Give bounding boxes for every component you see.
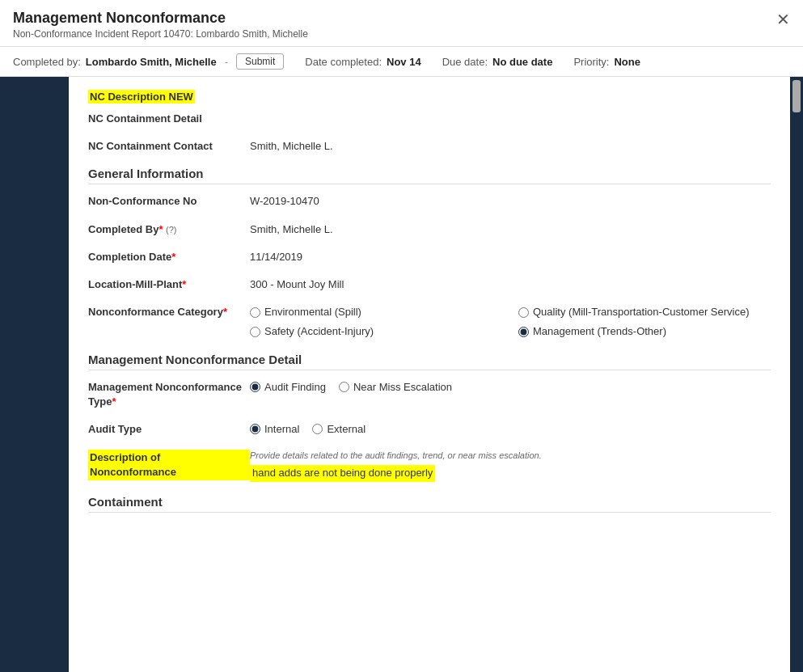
location-row: Location-Mill-Plant* 300 - Mount Joy Mil…	[88, 276, 771, 292]
nonconformance-category-row: Nonconformance Category* Environmental (…	[88, 303, 771, 339]
completed-by-text: Completed By	[88, 223, 158, 235]
left-sidebar	[0, 77, 69, 672]
completion-date-text: Completion Date	[88, 251, 171, 263]
nonconformance-category-value: Environmental (Spill) Quality (Mill-Tran…	[250, 303, 771, 339]
main-content: NC Description NEW NC Containment Detail…	[0, 77, 803, 672]
nonconformance-category-label: Nonconformance Category*	[88, 303, 250, 319]
audit-type-external-label: External	[327, 422, 366, 437]
management-detail-header: Management Nonconformance Detail	[88, 353, 771, 370]
category-management: Management (Trends-Other)	[518, 324, 771, 339]
close-icon: ✕	[776, 11, 790, 28]
category-safety-radio[interactable]	[250, 327, 260, 337]
nc-containment-detail-row: NC Containment Detail	[88, 110, 771, 126]
completed-by-form-label: Completed By* (?)	[88, 221, 250, 237]
nonconformance-no-value: W-2019-10470	[250, 192, 771, 209]
audit-type-row: Audit Type Internal External	[88, 421, 771, 437]
completed-by-label: Completed by:	[13, 56, 81, 68]
due-date-label: Due date:	[442, 56, 488, 68]
location-value: 300 - Mount Joy Mill	[250, 276, 771, 292]
nc-containment-contact-value: Smith, Michelle L.	[250, 137, 771, 154]
category-environmental: Environmental (Spill)	[250, 305, 502, 319]
right-sidebar	[790, 77, 803, 672]
completion-date-required: *	[171, 251, 175, 263]
modal-title: Management Nonconformance	[13, 10, 790, 27]
close-button[interactable]: ✕	[776, 10, 790, 29]
nc-description-label: NC Description NEW	[88, 90, 195, 104]
priority-section: Priority: None	[573, 56, 640, 68]
priority-value: None	[614, 56, 640, 68]
separator: -	[225, 56, 228, 68]
general-info-header: General Information	[88, 167, 771, 184]
mgmt-type-radio-group: Audit Finding Near Miss Escalation	[250, 380, 771, 395]
date-completed-value: Nov 14	[387, 56, 421, 68]
audit-type-radio-group: Internal External	[250, 422, 771, 437]
nc-containment-detail-label: NC Containment Detail	[88, 110, 250, 126]
mgmt-type-required: *	[112, 395, 116, 408]
description-label-text: Description of Nonconformance	[88, 450, 250, 480]
due-date-value: No due date	[492, 56, 552, 68]
containment-header: Containment	[88, 495, 771, 513]
category-management-label: Management (Trends-Other)	[533, 324, 666, 339]
completion-date-row: Completion Date* 11/14/2019	[88, 248, 771, 264]
category-quality-radio[interactable]	[518, 307, 529, 318]
nonconformance-category-radio-group: Environmental (Spill) Quality (Mill-Tran…	[250, 305, 771, 339]
mgmt-type-nearmiss-radio[interactable]	[339, 382, 349, 392]
info-bar: Completed by: Lombardo Smith, Michelle -…	[0, 47, 803, 77]
modal-wrapper: Management Nonconformance Non-Conformanc…	[0, 0, 803, 672]
mgmt-type-label: Management Nonconformance Type*	[88, 378, 250, 409]
nonconformance-no-row: Non-Conformance No W-2019-10470	[88, 192, 771, 209]
category-quality: Quality (Mill-Transportation-Customer Se…	[518, 305, 771, 319]
nc-description-row: NC Description NEW	[88, 90, 771, 104]
nonconformance-no-label: Non-Conformance No	[88, 192, 250, 209]
category-management-radio[interactable]	[518, 327, 529, 337]
completed-by-help: (?)	[166, 225, 176, 235]
location-label: Location-Mill-Plant*	[88, 276, 250, 292]
description-value: Provide details related to the audit fin…	[250, 448, 771, 482]
mgmt-type-audit-label: Audit Finding	[264, 380, 326, 395]
audit-type-external: External	[312, 422, 366, 437]
priority-label: Priority:	[573, 56, 609, 68]
nonconformance-category-required: *	[223, 306, 227, 318]
completed-by-value: Lombardo Smith, Michelle	[86, 56, 217, 68]
nonconformance-category-text: Nonconformance Category	[88, 306, 223, 318]
mgmt-type-nearmiss-label: Near Miss Escalation	[353, 380, 452, 395]
due-date-section: Due date: No due date	[442, 56, 553, 68]
submit-button[interactable]: Submit	[236, 53, 284, 70]
mgmt-type-row: Management Nonconformance Type* Audit Fi…	[88, 378, 771, 409]
category-environmental-label: Environmental (Spill)	[264, 305, 361, 319]
content-area: NC Description NEW NC Containment Detail…	[69, 77, 790, 672]
mgmt-type-audit-radio[interactable]	[250, 382, 260, 392]
category-safety-label: Safety (Accident-Injury)	[264, 324, 374, 339]
completed-by-required: *	[158, 223, 163, 235]
description-row: Description of Nonconformance Provide de…	[88, 448, 771, 482]
audit-type-internal: Internal	[250, 422, 299, 437]
audit-type-internal-label: Internal	[264, 422, 299, 437]
scrollbar-thumb[interactable]	[792, 80, 801, 112]
nc-containment-contact-row: NC Containment Contact Smith, Michelle L…	[88, 137, 771, 154]
description-hint: Provide details related to the audit fin…	[250, 450, 771, 462]
category-environmental-radio[interactable]	[250, 307, 260, 318]
audit-type-external-radio[interactable]	[312, 424, 323, 434]
mgmt-type-value: Audit Finding Near Miss Escalation	[250, 378, 771, 395]
nc-containment-detail-value	[250, 110, 771, 112]
mgmt-type-nearmiss: Near Miss Escalation	[339, 380, 452, 395]
audit-type-value: Internal External	[250, 421, 771, 437]
completion-date-value: 11/14/2019	[250, 248, 771, 264]
location-required: *	[182, 278, 186, 290]
description-label: Description of Nonconformance	[88, 448, 250, 480]
category-quality-label: Quality (Mill-Transportation-Customer Se…	[533, 305, 750, 319]
audit-type-label: Audit Type	[88, 421, 250, 437]
category-safety: Safety (Accident-Injury)	[250, 324, 502, 339]
date-completed-section: Date completed: Nov 14	[305, 56, 421, 68]
completed-by-row: Completed By* (?) Smith, Michelle L.	[88, 221, 771, 237]
description-text: hand adds are not being done properly	[250, 465, 435, 481]
nc-containment-contact-label: NC Containment Contact	[88, 137, 250, 154]
location-text: Location-Mill-Plant	[88, 278, 182, 290]
completion-date-label: Completion Date*	[88, 248, 250, 264]
completed-by-form-value: Smith, Michelle L.	[250, 221, 771, 237]
modal-header: Management Nonconformance Non-Conformanc…	[0, 0, 803, 47]
modal-subtitle: Non-Conformance Incident Report 10470: L…	[13, 28, 790, 40]
audit-type-internal-radio[interactable]	[250, 424, 260, 434]
mgmt-type-audit: Audit Finding	[250, 380, 326, 395]
date-completed-label: Date completed:	[305, 56, 382, 68]
